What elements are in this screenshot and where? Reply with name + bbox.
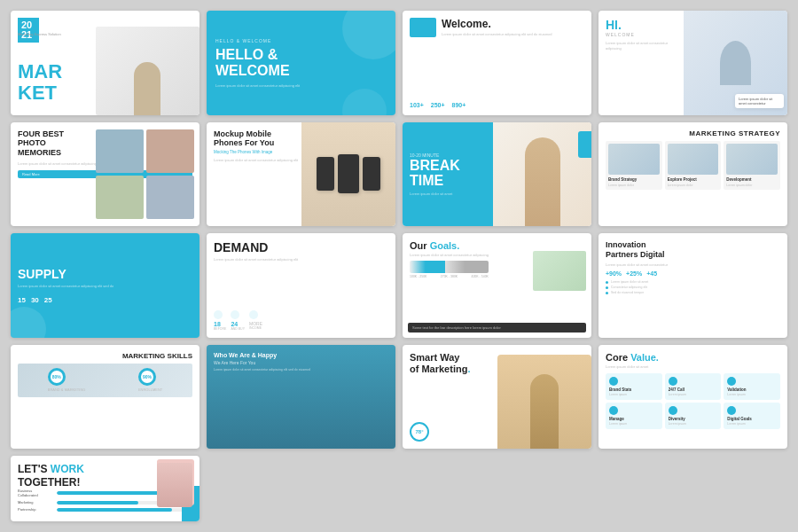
core-cards: Brand Stats Lorem ipsum 24/7 Call Lorem … — [606, 373, 780, 429]
core-icon-5 — [669, 406, 677, 415]
core-icon-4 — [609, 406, 618, 415]
demand-icon-1 — [214, 310, 223, 319]
core-text: Lorem ipsum dolor sit amet — [606, 364, 780, 369]
who-content: Who We Are & Happy We Are Here For You L… — [207, 345, 395, 450]
strategy-card-3: Development Lorem ipsum dolor — [724, 141, 780, 190]
core-card-title-5: Diversity — [669, 417, 718, 421]
photo-thumb-1 — [96, 129, 144, 173]
demand-stat-3: MOREINCOME — [249, 310, 262, 331]
bar-label-2: 270K - 380K — [441, 275, 458, 278]
flower-image — [533, 251, 586, 291]
slide-12-innovation: InnovationPartners Digital Lorem ipsum d… — [598, 233, 787, 338]
core-card-6: Digital Goals Lorem ipsum — [724, 403, 780, 429]
skill-circle-2: 90% — [138, 368, 156, 386]
market-title: MARKET — [18, 61, 62, 104]
demand-label-3: MORE — [249, 321, 262, 326]
core-icon-2 — [669, 377, 677, 386]
demand-stat-2: 24AND BUY — [231, 310, 245, 331]
slide-11-goals: Our Goals. Lorem ipsum dolor sit amet co… — [403, 233, 591, 338]
skill-label-2: ENROLLMENT — [138, 387, 162, 392]
core-icon-1 — [609, 377, 618, 386]
item-line-2: Consectetur adipiscing elit — [606, 286, 780, 289]
strategy-card-title-1: Brand Strategy — [608, 177, 660, 182]
bar-fill-2 — [57, 501, 138, 505]
who-sub: We Are Here For You — [214, 360, 388, 365]
stat-3: 890+ — [452, 102, 466, 108]
bar-fill-1 — [57, 491, 159, 495]
item-line-1: Lorem ipsum dolor sit amet — [606, 280, 780, 284]
strategy-card-1: Brand Strategy Lorem ipsum dolor — [606, 141, 662, 190]
slide-14-who: Who We Are & Happy We Are Here For You L… — [207, 345, 395, 450]
smart-title: Smart Wayof Marketing. — [410, 352, 584, 375]
demand-sublabel-3: INCOME — [249, 326, 262, 330]
strategy-card-title-3: Development — [726, 177, 778, 182]
goals-bottom-card: Some text for the bar description here l… — [408, 323, 586, 332]
phone-3 — [363, 157, 380, 191]
bar-area: 100K - 250K 270K - 380K 420K - 540K — [410, 261, 489, 278]
welcome-title: Welcome. — [442, 18, 552, 30]
slide-10-demand: DEMAND Lorem ipsum dolor sit amet consec… — [207, 233, 395, 338]
strategy-card-text-1: Lorem ipsum dolor — [608, 184, 660, 187]
stat-2: 250+ — [431, 102, 445, 108]
core-card-title-4: Manage — [609, 417, 659, 421]
hi-text-card: Lorem ipsum dolor sit amet consectetur — [735, 94, 784, 108]
bar-label-3: 420K - 540K — [471, 275, 488, 278]
supply-stat-3: 25 — [44, 296, 52, 304]
item-text-2: Consectetur adipiscing elit — [611, 286, 647, 289]
skills-title: MARKETING SKILLS — [18, 352, 192, 360]
blue-shape — [578, 131, 591, 158]
strategy-img-2 — [668, 144, 719, 175]
items-list: Lorem ipsum dolor sit amet Consectetur a… — [606, 280, 780, 296]
bar-item-label-1: Business Collaborated — [18, 489, 53, 497]
core-card-5: Diversity Lorem ipsum — [665, 403, 722, 429]
strategy-card-title-2: Explore Project — [668, 177, 719, 182]
strategy-img-1 — [608, 144, 660, 175]
phone-2 — [338, 154, 359, 193]
hi-text: Lorem ipsum dolor sit amet consectetur a… — [606, 41, 685, 51]
blue-box — [410, 18, 436, 37]
demand-text: Lorem ipsum dolor sit amet consectetur a… — [214, 257, 388, 262]
break-title: BREAKTIME — [410, 158, 490, 189]
slides-grid: 2021 Marketing Express Solution MARKET H… — [0, 0, 798, 532]
hi-title: HI. — [606, 18, 685, 32]
goals-bar — [410, 261, 489, 273]
slide-2-hello: HELLO & WELCOME HELLO &WELCOME Lorem ips… — [207, 11, 395, 115]
person-image — [96, 27, 200, 115]
demand-title: DEMAND — [214, 240, 388, 254]
goals-text: Lorem ipsum dolor sit amet consectetur a… — [410, 253, 489, 257]
core-card-4: Manage Lorem ipsum — [606, 403, 662, 429]
who-title: Who We Are & Happy — [214, 352, 388, 358]
supply-stat-1: 15 — [18, 296, 26, 304]
bar-fill-3 — [57, 508, 172, 512]
core-icon-3 — [727, 377, 736, 386]
goals-title: Our Goals. — [410, 240, 489, 251]
memories-title: FOUR BESTPHOTOMEMORIES — [18, 129, 106, 158]
supply-stat-2: 30 — [31, 296, 39, 304]
innovation-text: Lorem ipsum dolor sit amet consectetur — [606, 262, 780, 268]
break-text: Lorem ipsum dolor sit amet — [410, 192, 490, 196]
item-dot-1 — [606, 281, 608, 284]
innov-stat-3: +45 — [646, 270, 657, 277]
slide-13-skills: MARKETING SKILLS 80% BRAND & MARKETING 9… — [11, 345, 200, 450]
core-card-3: Validation Lorem ipsum — [724, 373, 780, 400]
strategy-cards: Brand Strategy Lorem ipsum dolor Explore… — [606, 141, 780, 190]
stat-1: 103+ — [410, 102, 424, 108]
core-card-text-4: Lorem ipsum — [609, 422, 659, 426]
slide-15-smart: Smart Wayof Marketing. 78° — [403, 345, 591, 450]
strategy-card-text-2: Lorem ipsum dolor — [668, 184, 719, 187]
phone-images — [301, 122, 396, 227]
core-title: Core Value. — [606, 352, 780, 363]
supply-text: Lorem ipsum dolor sit amet consectetur a… — [18, 284, 192, 289]
slide-7-break: 10-20 MINUTE BREAKTIME Lorem ipsum dolor… — [403, 122, 591, 227]
year-label: 2021 — [18, 18, 39, 43]
stats-row: 103+ 250+ 890+ — [410, 102, 584, 108]
core-card-text-3: Lorem ipsum — [727, 393, 777, 396]
strategy-title: MARKETING STRATEGY — [606, 129, 780, 137]
skills-image: 80% BRAND & MARKETING 90% ENROLLMENT — [18, 364, 192, 397]
supply-stats: 15 30 25 — [18, 296, 192, 304]
slide-1-market: 2021 Marketing Express Solution MARKET — [11, 11, 200, 115]
bg-circle-2 — [342, 89, 387, 115]
strategy-card-text-3: Lorem ipsum dolor — [726, 184, 778, 187]
slide-6-mockup: Mockup MobilePhones For You Mocking The … — [207, 122, 395, 227]
slide-16-core: Core Value. Lorem ipsum dolor sit amet B… — [598, 345, 787, 450]
